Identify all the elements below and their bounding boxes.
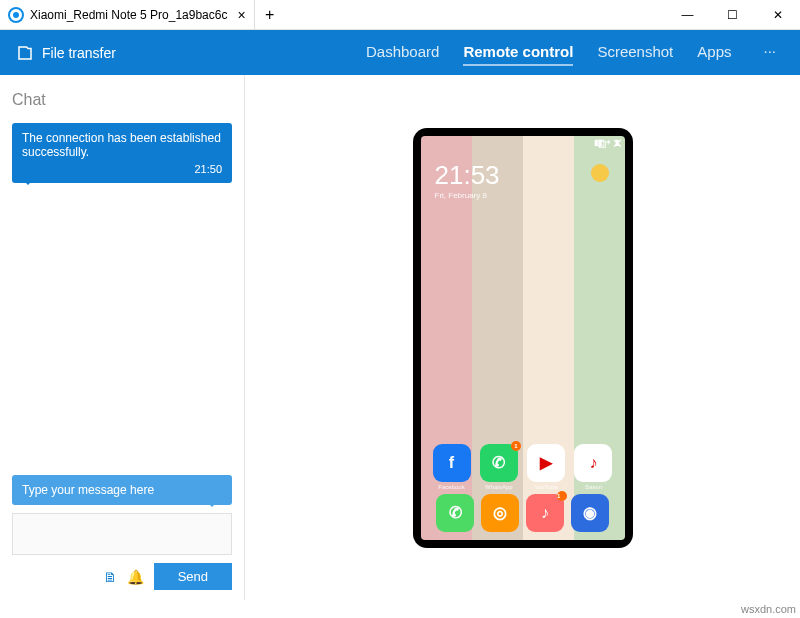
teamviewer-icon: [8, 7, 24, 23]
attach-icon[interactable]: 🗎: [103, 569, 117, 585]
device-screen[interactable]: ▮▮ ✶ ▮ 21:53 Fri, February 8 fFacebook✆1…: [421, 136, 625, 540]
overlay-close-icon[interactable]: ✕: [612, 136, 623, 152]
tab-close-icon[interactable]: ×: [237, 7, 245, 23]
new-tab-button[interactable]: +: [255, 0, 285, 29]
dock-camera[interactable]: ◉: [571, 494, 609, 532]
remote-screen-area: ⧉ ✕ ▮▮ ✶ ▮ 21:53 Fri, February 8 fFacebo…: [245, 75, 800, 600]
chat-hint-text: Type your message here: [22, 483, 154, 497]
chat-system-time: 21:50: [22, 163, 222, 175]
device-frame: ⧉ ✕ ▮▮ ✶ ▮ 21:53 Fri, February 8 fFacebo…: [413, 128, 633, 548]
weather-icon: [591, 164, 609, 182]
home-clock-time: 21:53: [435, 160, 500, 191]
dock: ✆◎♪1◉: [421, 494, 625, 532]
popout-icon[interactable]: ⧉: [597, 136, 606, 152]
tab-more[interactable]: ...: [755, 39, 784, 66]
maximize-button[interactable]: ☐: [710, 0, 755, 29]
tab-screenshot[interactable]: Screenshot: [597, 39, 673, 66]
device-overlay-controls: ⧉ ✕: [597, 136, 623, 152]
nudge-icon[interactable]: 🔔: [127, 569, 144, 585]
tab-apps[interactable]: Apps: [697, 39, 731, 66]
watermark: wsxdn.com: [741, 600, 796, 618]
chat-system-bubble: The connection has been established succ…: [12, 123, 232, 183]
dock-phone[interactable]: ✆: [436, 494, 474, 532]
window-tab[interactable]: Xiaomi_Redmi Note 5 Pro_1a9bac6c ×: [0, 0, 255, 29]
chat-input[interactable]: [12, 513, 232, 555]
nav-tabs: Dashboard Remote control Screenshot Apps…: [366, 39, 784, 66]
app-youtube[interactable]: ▶YouTube: [527, 444, 565, 490]
tab-title: Xiaomi_Redmi Note 5 Pro_1a9bac6c: [30, 8, 227, 22]
app-whatsapp[interactable]: ✆1WhatsApp: [480, 444, 518, 490]
home-apps: fFacebook✆1WhatsApp▶YouTube♪Saavn: [421, 436, 625, 490]
dock-browser[interactable]: ◎: [481, 494, 519, 532]
chat-panel: Chat The connection has been established…: [0, 75, 245, 600]
tab-dashboard[interactable]: Dashboard: [366, 39, 439, 66]
app-saavn[interactable]: ♪Saavn: [574, 444, 612, 490]
file-transfer-icon: [16, 44, 34, 62]
window-controls: — ☐ ✕: [665, 0, 800, 29]
status-bar: ▮▮ ✶ ▮: [421, 136, 625, 152]
tab-remote-control[interactable]: Remote control: [463, 39, 573, 66]
content-area: Chat The connection has been established…: [0, 75, 800, 600]
home-clock-date: Fri, February 8: [435, 191, 500, 200]
minimize-button[interactable]: —: [665, 0, 710, 29]
chat-hint-bubble: Type your message here: [12, 475, 232, 505]
app-facebook[interactable]: fFacebook: [433, 444, 471, 490]
dock-music[interactable]: ♪1: [526, 494, 564, 532]
chat-actions: 🗎 🔔 Send: [12, 563, 232, 590]
file-transfer-label[interactable]: File transfer: [42, 45, 116, 61]
home-clock: 21:53 Fri, February 8: [435, 160, 500, 200]
title-bar: Xiaomi_Redmi Note 5 Pro_1a9bac6c × + — ☐…: [0, 0, 800, 30]
close-button[interactable]: ✕: [755, 0, 800, 29]
chat-heading: Chat: [12, 91, 232, 109]
chat-system-text: The connection has been established succ…: [22, 131, 222, 159]
send-button[interactable]: Send: [154, 563, 232, 590]
main-toolbar: File transfer Dashboard Remote control S…: [0, 30, 800, 75]
